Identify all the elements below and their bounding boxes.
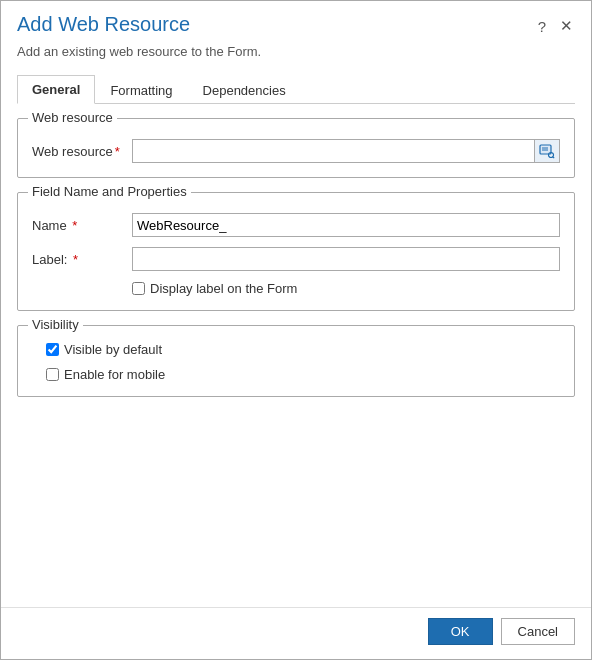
visible-by-default-row: Visible by default bbox=[46, 342, 560, 357]
tab-formatting[interactable]: Formatting bbox=[95, 75, 187, 104]
name-input[interactable] bbox=[132, 213, 560, 237]
web-resource-label: Web resource* bbox=[32, 144, 132, 159]
web-resource-legend: Web resource bbox=[28, 110, 117, 125]
label-label: Label: * bbox=[32, 252, 132, 267]
dialog-subtitle: Add an existing web resource to the Form… bbox=[1, 42, 591, 69]
name-row: Name * bbox=[32, 213, 560, 237]
enable-mobile-text: Enable for mobile bbox=[64, 367, 165, 382]
cancel-button[interactable]: Cancel bbox=[501, 618, 575, 645]
tab-general[interactable]: General bbox=[17, 75, 95, 104]
display-label-checkbox[interactable] bbox=[132, 282, 145, 295]
lookup-button[interactable] bbox=[534, 139, 560, 163]
lookup-icon bbox=[539, 143, 555, 159]
tab-bar: General Formatting Dependencies bbox=[17, 75, 575, 104]
tab-dependencies[interactable]: Dependencies bbox=[188, 75, 301, 104]
name-required-star: * bbox=[72, 218, 77, 233]
web-resource-input-group bbox=[132, 139, 560, 163]
name-label: Name * bbox=[32, 218, 132, 233]
add-web-resource-dialog: Add Web Resource ? ✕ Add an existing web… bbox=[0, 0, 592, 660]
visible-by-default-text: Visible by default bbox=[64, 342, 162, 357]
field-name-legend: Field Name and Properties bbox=[28, 184, 191, 199]
close-button[interactable]: ✕ bbox=[558, 17, 575, 35]
label-required-star: * bbox=[73, 252, 78, 267]
field-name-section: Field Name and Properties Name * Label: … bbox=[17, 192, 575, 311]
dialog-footer: OK Cancel bbox=[1, 607, 591, 659]
required-star: * bbox=[115, 144, 120, 159]
web-resource-section: Web resource Web resource* bbox=[17, 118, 575, 178]
visibility-section: Visibility Visible by default Enable for… bbox=[17, 325, 575, 397]
visible-by-default-checkbox[interactable] bbox=[46, 343, 59, 356]
label-row: Label: * bbox=[32, 247, 560, 271]
dialog-header: Add Web Resource ? ✕ bbox=[1, 1, 591, 42]
display-label-row: Display label on the Form bbox=[132, 281, 560, 296]
web-resource-row: Web resource* bbox=[32, 139, 560, 163]
dialog-body: General Formatting Dependencies Web reso… bbox=[1, 69, 591, 607]
enable-mobile-checkbox[interactable] bbox=[46, 368, 59, 381]
label-input[interactable] bbox=[132, 247, 560, 271]
header-actions: ? ✕ bbox=[536, 17, 575, 35]
enable-mobile-row: Enable for mobile bbox=[46, 367, 560, 382]
help-button[interactable]: ? bbox=[536, 17, 548, 35]
ok-button[interactable]: OK bbox=[428, 618, 493, 645]
visibility-legend: Visibility bbox=[28, 317, 83, 332]
dialog-title: Add Web Resource bbox=[17, 13, 190, 36]
display-label-text: Display label on the Form bbox=[150, 281, 297, 296]
svg-line-4 bbox=[553, 157, 554, 158]
web-resource-input[interactable] bbox=[132, 139, 534, 163]
